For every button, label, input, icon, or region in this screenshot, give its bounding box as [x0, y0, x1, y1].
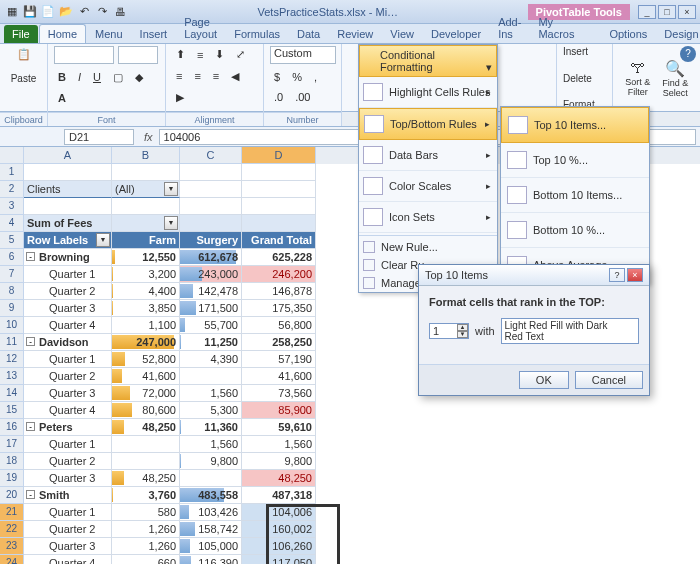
underline-button[interactable]: U: [89, 69, 105, 85]
menu-top-bottom-rules[interactable]: Top/Bottom Rules▸: [359, 108, 497, 140]
sort-filter-button[interactable]: 🝖 Sort & Filter: [619, 57, 657, 99]
tab-design[interactable]: Design: [656, 25, 700, 43]
close-button[interactable]: ×: [678, 5, 696, 19]
bot10items-icon: [507, 186, 527, 204]
delete-button[interactable]: Delete: [563, 73, 606, 84]
conditional-formatting-button[interactable]: Conditional Formatting: [359, 45, 497, 77]
qat-open-icon[interactable]: 📂: [58, 4, 74, 20]
indent-dec-button[interactable]: ◀: [227, 68, 243, 85]
font-family-select[interactable]: [54, 46, 114, 64]
paste-label: Paste: [11, 73, 37, 84]
qat-new-icon[interactable]: 📄: [40, 4, 56, 20]
dialog-with-label: with: [475, 325, 495, 337]
dialog-close-button[interactable]: ×: [627, 268, 643, 282]
tab-page-layout[interactable]: Page Layout: [176, 13, 225, 43]
tab-insert[interactable]: Insert: [132, 25, 176, 43]
column-dropdown[interactable]: ▼: [164, 216, 178, 230]
tab-review[interactable]: Review: [329, 25, 381, 43]
cells-area[interactable]: Clients(All)▼Sum of Fees▼Row Labels▼Farm…: [24, 164, 316, 564]
col-header-c[interactable]: C: [180, 147, 242, 164]
expand-button[interactable]: -: [26, 490, 35, 499]
sort-filter-icon: 🝖: [630, 59, 646, 76]
menu-highlight-rules[interactable]: Highlight Cells Rules▸: [359, 77, 497, 108]
dialog-prompt: Format cells that rank in the TOP:: [429, 296, 639, 308]
tab-data[interactable]: Data: [289, 25, 328, 43]
align-center-button[interactable]: ≡: [190, 68, 204, 84]
qat-redo-icon[interactable]: ↷: [94, 4, 110, 20]
sub-bottom10-percent[interactable]: Bottom 10 %...: [501, 213, 649, 248]
expand-button[interactable]: -: [26, 337, 35, 346]
menu-new-rule[interactable]: New Rule...: [359, 238, 497, 256]
topbottom-icon: [364, 115, 384, 133]
expand-button[interactable]: -: [26, 252, 35, 261]
sub-top10-items[interactable]: Top 10 Items...: [501, 107, 649, 143]
tab-home[interactable]: Home: [39, 24, 86, 43]
qat-print-icon[interactable]: 🖶: [112, 4, 128, 20]
menu-data-bars[interactable]: Data Bars▸: [359, 140, 497, 171]
tab-formulas[interactable]: Formulas: [226, 25, 288, 43]
sub-bottom10-items[interactable]: Bottom 10 Items...: [501, 178, 649, 213]
bold-button[interactable]: B: [54, 69, 70, 85]
dialog-style-select[interactable]: Light Red Fill with Dark Red Text: [501, 318, 639, 344]
comma-button[interactable]: ,: [310, 69, 321, 85]
qat-excel-icon[interactable]: ▦: [4, 4, 20, 20]
conditional-formatting-menu: Conditional Formatting Highlight Cells R…: [358, 44, 498, 293]
colorscales-icon: [363, 177, 383, 195]
expand-button[interactable]: -: [26, 422, 35, 431]
insert-button[interactable]: Insert: [563, 46, 606, 57]
orientation-button[interactable]: ⤢: [232, 46, 249, 63]
find-select-button[interactable]: 🔍 Find & Select: [657, 57, 695, 100]
align-bottom-button[interactable]: ⬇: [211, 46, 228, 63]
sub-top10-percent[interactable]: Top 10 %...: [501, 143, 649, 178]
rowlabels-dropdown[interactable]: ▼: [96, 233, 110, 247]
paste-button[interactable]: 📋 Paste: [6, 46, 41, 86]
tab-file[interactable]: File: [4, 25, 38, 43]
currency-button[interactable]: $: [270, 69, 284, 85]
align-right-button[interactable]: ≡: [209, 68, 223, 84]
percent-button[interactable]: %: [288, 69, 306, 85]
name-box[interactable]: D21: [64, 129, 134, 145]
ribbon-tabs: File Home Menu Insert Page Layout Formul…: [0, 24, 700, 44]
align-left-button[interactable]: ≡: [172, 68, 186, 84]
dialog-help-button[interactable]: ?: [609, 268, 625, 282]
dialog-title: Top 10 Items: [425, 269, 488, 281]
paste-icon: 📋: [12, 48, 36, 72]
dialog-spinner[interactable]: ▲▼: [457, 324, 468, 338]
top10items-icon: [508, 116, 528, 134]
qat-undo-icon[interactable]: ↶: [76, 4, 92, 20]
align-top-button[interactable]: ⬆: [172, 46, 189, 63]
col-header-b[interactable]: B: [112, 147, 180, 164]
tab-mymacros[interactable]: My Macros: [530, 13, 582, 43]
tab-options[interactable]: Options: [601, 25, 655, 43]
minimize-button[interactable]: _: [638, 5, 656, 19]
qat-save-icon[interactable]: 💾: [22, 4, 38, 20]
top10-dialog: Top 10 Items ? × Format cells that rank …: [418, 264, 650, 396]
tab-view[interactable]: View: [382, 25, 422, 43]
dec-decimal-button[interactable]: .00: [291, 89, 314, 105]
fill-color-button[interactable]: ◆: [131, 69, 147, 86]
dialog-ok-button[interactable]: OK: [519, 371, 569, 389]
fx-icon[interactable]: fx: [138, 131, 159, 143]
border-button[interactable]: ▢: [109, 69, 127, 86]
indent-inc-button[interactable]: ▶: [172, 89, 188, 106]
col-header-a[interactable]: A: [24, 147, 112, 164]
italic-button[interactable]: I: [74, 69, 85, 85]
ribbon: 📋 Paste B I U ▢ ◆ A ⬆ ≡ ⬇ ⤢ ≡ ≡ ≡ ◀: [0, 44, 700, 112]
menu-color-scales[interactable]: Color Scales▸: [359, 171, 497, 202]
font-size-select[interactable]: [118, 46, 158, 64]
menu-icon-sets[interactable]: Icon Sets▸: [359, 202, 497, 233]
tab-menu[interactable]: Menu: [87, 25, 131, 43]
col-header-d[interactable]: D: [242, 147, 316, 164]
tab-addins[interactable]: Add-Ins: [490, 13, 529, 43]
align-middle-button[interactable]: ≡: [193, 47, 207, 63]
filter-dropdown[interactable]: ▼: [164, 182, 178, 196]
font-color-button[interactable]: A: [54, 90, 70, 106]
number-format-select[interactable]: Custom: [270, 46, 336, 64]
inc-decimal-button[interactable]: .0: [270, 89, 287, 105]
select-all-corner[interactable]: [0, 147, 24, 164]
restore-button[interactable]: □: [658, 5, 676, 19]
manage-rules-icon: [363, 277, 375, 289]
tab-developer[interactable]: Developer: [423, 25, 489, 43]
dialog-cancel-button[interactable]: Cancel: [575, 371, 643, 389]
help-icon[interactable]: ?: [680, 46, 696, 62]
